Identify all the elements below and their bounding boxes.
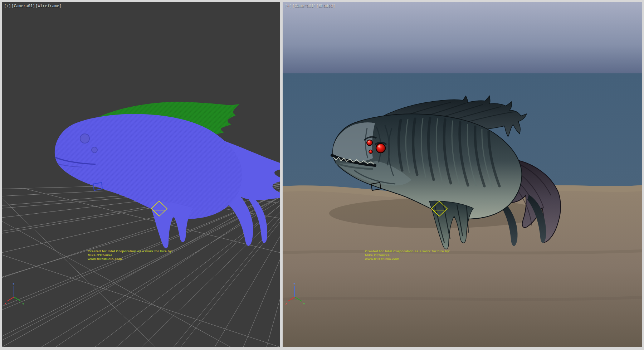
viewport-splitter[interactable] — [280, 0, 283, 350]
viewport-shading-menu[interactable]: [Wireframe] — [35, 4, 62, 8]
fish-eye-outline-small — [92, 147, 97, 153]
viewport-wireframe[interactable]: [+] [Camera01] [Wireframe] Created for I… — [2, 2, 280, 347]
axis-y-label: y — [22, 302, 24, 305]
sky — [283, 2, 642, 73]
viewport-pov-menu[interactable]: [Camera01] — [292, 4, 316, 8]
viewport-shading-menu[interactable]: [Shaded] — [316, 4, 335, 8]
sand-shade-1 — [283, 251, 642, 253]
watermark-text: Created for Intel Corporation as a work … — [88, 249, 173, 261]
fish-pelvic-fin[interactable] — [149, 202, 193, 248]
viewport-general-menu[interactable]: [+] — [285, 4, 292, 8]
viewport-shaded[interactable]: [+] [Camera01] [Shaded] Created for Inte… — [283, 2, 642, 347]
axis-y-label: y — [303, 302, 305, 305]
axis-x-label: x — [4, 302, 6, 305]
fish-eye-mid — [367, 140, 372, 146]
watermark-line3: www.frilzstudio.com — [88, 257, 173, 261]
fish-eye-large — [376, 144, 385, 153]
dual-viewport-window: [+] [Camera01] [Wireframe] Created for I… — [0, 0, 644, 350]
fish-model-wireframe[interactable] — [55, 102, 280, 248]
watermark-line1: Created for Intel Corporation as a work … — [88, 249, 173, 253]
shaded-scene[interactable] — [283, 2, 642, 347]
viewport-pov-menu[interactable]: [Camera01] — [11, 4, 35, 8]
fish-eye-mid-glint — [368, 141, 370, 142]
fish-eye-outline-large — [80, 134, 89, 143]
world-axis-tripod: z x y — [284, 281, 307, 305]
viewport-label-right: [+] [Camera01] [Shaded] — [285, 4, 335, 8]
axis-z-label: z — [13, 282, 14, 286]
axis-z-label: z — [293, 282, 295, 286]
sand-shade-2 — [283, 297, 642, 300]
watermark-line2: Mike O'Rourke — [88, 253, 173, 257]
wireframe-scene[interactable] — [2, 2, 280, 347]
fish-eye-large-glint — [378, 145, 380, 147]
watermark-text: Created for Intel Corporation as a work … — [365, 249, 450, 261]
world-axis-tripod: z x y — [3, 281, 26, 305]
axis-x-label: x — [285, 302, 287, 305]
watermark-line2: Mike O'Rourke — [365, 253, 450, 257]
fish-eye-small — [369, 150, 372, 154]
watermark-line1: Created for Intel Corporation as a work … — [365, 249, 450, 253]
watermark-line3: www.frilzstudio.com — [365, 257, 450, 261]
viewport-label-left: [+] [Camera01] [Wireframe] — [4, 4, 62, 8]
viewport-general-menu[interactable]: [+] — [4, 4, 11, 8]
